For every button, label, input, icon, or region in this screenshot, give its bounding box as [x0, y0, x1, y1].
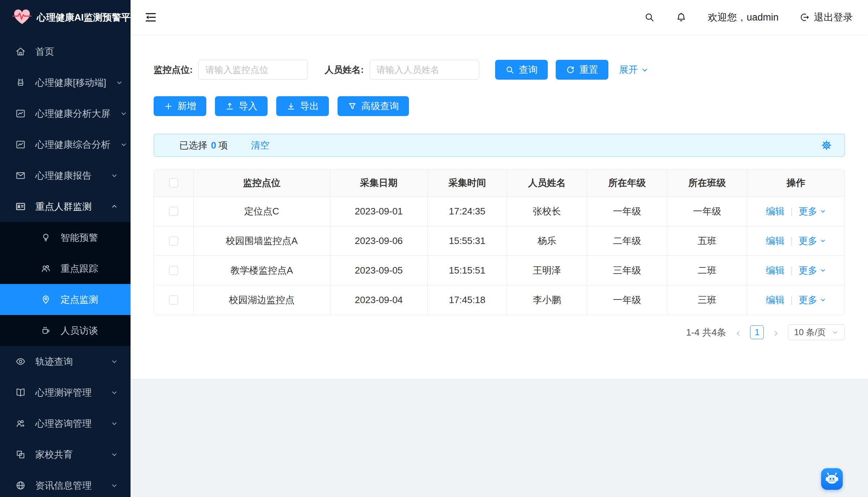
location-icon: [40, 294, 51, 305]
page-background: [131, 379, 868, 497]
team-add-icon: [15, 418, 26, 429]
row-checkbox[interactable]: [169, 266, 178, 275]
chevron-down-icon: [120, 110, 128, 117]
chart-icon: [15, 139, 26, 150]
selection-count: 0: [211, 140, 216, 151]
divider: |: [790, 206, 793, 217]
row-checkbox[interactable]: [169, 207, 178, 216]
column-header: 所在班级: [667, 170, 747, 196]
filter-row: 监控点位: 人员姓名: 查询 重置 展开: [154, 60, 845, 80]
app-title: 心理健康AI监测预警平台: [37, 11, 140, 24]
cell-time: 17:24:35: [427, 196, 507, 226]
data-table: 监控点位 采集日期 采集时间 人员姓名 所在年级 所在班级 操作 定位点C 20…: [154, 169, 845, 315]
select-all-checkbox[interactable]: [169, 178, 178, 187]
clear-selection-link[interactable]: 清空: [251, 139, 269, 152]
sidebar-subitem-key-tracking[interactable]: 重点跟踪: [0, 253, 131, 284]
add-button[interactable]: 新增: [154, 96, 206, 116]
cell-class: 五班: [667, 226, 747, 256]
more-link-label: 更多: [799, 235, 818, 247]
table-row: 校园围墙监控点A 2023-09-06 15:55:31 杨乐 二年级 五班 编…: [154, 226, 845, 256]
mobile-robot-icon: [15, 77, 26, 88]
sidebar-item-trajectory-query[interactable]: 轨迹查询: [0, 346, 131, 377]
chevron-down-icon: [110, 451, 118, 458]
sidebar-item-label: 心理测评管理: [35, 386, 101, 399]
menu-fold-icon[interactable]: [144, 11, 157, 24]
sidebar-item-assessment-management[interactable]: 心理测评管理: [0, 377, 131, 408]
person-name-input[interactable]: [370, 60, 479, 80]
sidebar-item-home[interactable]: 首页: [0, 36, 131, 67]
sidebar-item-label: 心理健康分析大屏: [35, 107, 110, 120]
sidebar-subitem-fixed-point-monitor[interactable]: 定点监测: [0, 284, 131, 315]
squares-icon: [15, 449, 26, 460]
query-button[interactable]: 查询: [495, 60, 548, 80]
ai-assistant-button[interactable]: [821, 468, 843, 490]
sidebar-item-label: 心理健康报告: [35, 169, 101, 182]
export-button[interactable]: 导出: [276, 96, 329, 116]
more-link[interactable]: 更多: [799, 264, 826, 277]
divider: |: [790, 235, 793, 247]
download-icon: [286, 102, 296, 111]
chevron-down-icon: [115, 79, 123, 86]
prev-page-button[interactable]: ‹: [735, 327, 742, 338]
sidebar-item-analysis-screen[interactable]: 心理健康分析大屏: [0, 98, 131, 129]
cell-class: 二班: [667, 256, 747, 285]
row-checkbox[interactable]: [169, 236, 178, 245]
sidebar-item-key-group-monitor[interactable]: 重点人群监测: [0, 191, 131, 222]
sidebar-item-report[interactable]: 心理健康报告: [0, 160, 131, 191]
sidebar-menu: 首页 心理健康[移动端] 心理健康分析大屏: [0, 35, 131, 497]
sidebar-subitem-smart-warning[interactable]: 智能预警: [0, 222, 131, 253]
logout-button[interactable]: 退出登录: [799, 11, 853, 24]
next-page-button[interactable]: ›: [772, 327, 779, 338]
edit-link[interactable]: 编辑: [766, 205, 785, 218]
sidebar-subitem-interview[interactable]: 人员访谈: [0, 315, 131, 346]
search-icon[interactable]: [644, 12, 655, 23]
advanced-query-button[interactable]: 高级查询: [338, 96, 409, 116]
row-checkbox[interactable]: [169, 296, 178, 305]
edit-link[interactable]: 编辑: [766, 235, 785, 247]
sidebar-item-mobile[interactable]: 心理健康[移动端]: [0, 67, 131, 98]
import-button[interactable]: 导入: [215, 96, 268, 116]
upload-icon: [225, 102, 234, 111]
divider: |: [790, 265, 793, 276]
more-link[interactable]: 更多: [799, 235, 826, 247]
sidebar-subitem-label: 人员访谈: [61, 324, 98, 337]
sidebar-item-home-school[interactable]: 家校共育: [0, 439, 131, 470]
sidebar-subitem-label: 智能预警: [61, 231, 98, 244]
sidebar-subitem-label: 重点跟踪: [61, 262, 98, 275]
column-header: 所在年级: [587, 170, 667, 196]
monitor-point-input[interactable]: [198, 60, 308, 80]
sidebar-submenu: 智能预警 重点跟踪 定点监测: [0, 222, 131, 346]
bell-icon[interactable]: [676, 12, 687, 23]
gear-icon[interactable]: [821, 139, 832, 151]
reset-button[interactable]: 重置: [556, 60, 608, 80]
search-icon: [505, 65, 515, 75]
top-bar: 欢迎您，uadmin 退出登录: [131, 0, 868, 35]
sidebar-item-comprehensive-analysis[interactable]: 心理健康综合分析: [0, 129, 131, 160]
import-button-label: 导入: [239, 100, 257, 112]
chevron-down-icon: [641, 66, 649, 74]
chevron-down-icon: [110, 420, 118, 427]
chevron-down-icon: [820, 267, 826, 274]
sidebar-item-label: 轨迹查询: [35, 355, 101, 368]
cell-time: 15:55:31: [427, 226, 507, 256]
more-link[interactable]: 更多: [799, 294, 826, 306]
edit-link[interactable]: 编辑: [766, 264, 785, 277]
cell-name: 李小鹏: [507, 285, 587, 315]
monitor-point-label: 监控点位:: [154, 64, 193, 76]
pagination-total: 1-4 共4条: [686, 326, 726, 339]
bulb-icon: [40, 232, 51, 243]
sidebar-item-label: 家校共育: [35, 448, 101, 461]
sidebar-item-news-management[interactable]: 资讯信息管理: [0, 470, 131, 497]
cell-monitor-point: 定位点C: [193, 196, 330, 226]
cell-grade: 二年级: [587, 226, 667, 256]
edit-link[interactable]: 编辑: [766, 294, 785, 306]
page-size-select[interactable]: 10 条/页: [788, 324, 845, 340]
expand-link[interactable]: 展开: [619, 63, 649, 76]
cell-time: 15:15:51: [427, 256, 507, 285]
column-header: 监控点位: [193, 170, 330, 196]
person-name-label: 人员姓名:: [325, 64, 363, 76]
more-link[interactable]: 更多: [799, 205, 826, 218]
sidebar-item-counseling-management[interactable]: 心理咨询管理: [0, 408, 131, 439]
current-page-button[interactable]: 1: [750, 325, 764, 339]
chevron-down-icon: [110, 172, 118, 179]
